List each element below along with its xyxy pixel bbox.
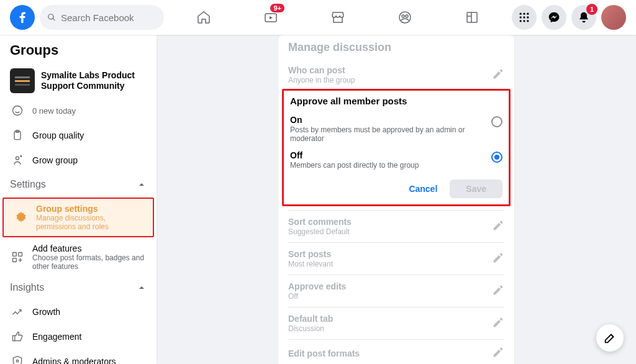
section-settings[interactable]: Settings: [0, 173, 157, 196]
nav-home[interactable]: [173, 2, 235, 32]
top-navbar: 9+ 1: [0, 0, 636, 35]
watch-badge: 9+: [270, 4, 284, 12]
new-today-label: 0 new today: [32, 106, 76, 116]
radio-on[interactable]: [491, 116, 502, 127]
svg-point-9: [523, 16, 525, 18]
chevron-up-icon: [137, 283, 147, 293]
sidebar-engagement[interactable]: Engagement: [0, 324, 157, 349]
edit-approve-edits[interactable]: [492, 284, 504, 299]
nav-gaming[interactable]: [441, 2, 503, 32]
save-button[interactable]: Save: [450, 180, 502, 198]
search-icon: [47, 12, 56, 22]
row-sort-posts: Sort posts Most relevant: [288, 242, 504, 275]
section-insights[interactable]: Insights: [0, 276, 157, 299]
clipboard-icon: [10, 128, 25, 143]
row-who-can-post: Who can post Anyone in the group: [288, 59, 504, 91]
facebook-logo[interactable]: [10, 5, 35, 30]
left-sidebar: Groups Symalite Labs Product Support Com…: [0, 35, 157, 364]
insights-section-label: Insights: [10, 282, 44, 293]
profile-avatar[interactable]: [601, 5, 626, 30]
sort-comments-title: Sort comments: [288, 217, 352, 227]
svg-point-8: [520, 16, 522, 18]
sidebar-new-today[interactable]: 0 new today: [0, 98, 157, 123]
approve-off-desc: Members can post directly to the group: [290, 161, 419, 170]
chevron-up-icon: [137, 180, 147, 189]
edit-default-tab[interactable]: [492, 316, 504, 331]
notifications-button[interactable]: 1: [571, 5, 596, 30]
admins-label: Admins & moderators: [32, 357, 116, 364]
svg-point-1: [399, 12, 411, 23]
svg-rect-4: [467, 12, 477, 22]
row-default-tab: Default tab Discussion: [288, 307, 504, 339]
row-sort-comments: Sort comments Suggested Default: [288, 210, 504, 242]
sort-posts-sub: Most relevant: [288, 260, 333, 268]
approve-option-on[interactable]: On Posts by members must be approved by …: [290, 111, 502, 147]
grow-icon: [10, 153, 25, 168]
svg-point-11: [520, 20, 522, 22]
who-can-post-sub: Anyone in the group: [288, 76, 355, 84]
svg-point-22: [16, 360, 18, 362]
approve-option-off[interactable]: Off Members can post directly to the gro…: [290, 147, 502, 173]
approve-off-label: Off: [290, 150, 419, 160]
group-quality-label: Group quality: [32, 130, 84, 140]
pencil-icon: [492, 284, 504, 296]
nav-marketplace[interactable]: [307, 2, 369, 32]
svg-point-3: [406, 15, 408, 17]
sidebar-admins[interactable]: Admins & moderators: [0, 349, 157, 364]
settings-section-label: Settings: [10, 179, 46, 190]
default-tab-title: Default tab: [288, 314, 333, 324]
right-nav: 1: [512, 5, 626, 30]
growth-label: Growth: [32, 307, 60, 317]
pencil-icon: [492, 219, 504, 232]
svg-rect-20: [13, 258, 17, 262]
sidebar-group-quality[interactable]: Group quality: [0, 123, 157, 148]
pencil-icon: [492, 252, 504, 264]
sort-posts-title: Sort posts: [288, 249, 333, 259]
manage-discussion-card: Manage discussion Who can post Anyone in…: [278, 35, 514, 364]
search-input[interactable]: [61, 12, 157, 23]
svg-rect-19: [19, 253, 22, 257]
center-nav: 9+: [164, 2, 512, 32]
edit-sort-comments[interactable]: [492, 219, 504, 234]
sidebar-add-features[interactable]: Add features Choose post formats, badges…: [0, 239, 157, 276]
group-thumbnail: [10, 68, 35, 93]
cancel-button[interactable]: Cancel: [402, 180, 443, 198]
svg-rect-18: [13, 253, 17, 257]
nav-groups[interactable]: [374, 2, 436, 32]
edit-sort-posts[interactable]: [492, 252, 504, 266]
approve-all-posts-block: Approve all member posts On Posts by mem…: [282, 89, 511, 206]
thumbs-up-icon: [10, 329, 25, 344]
sidebar-group-settings[interactable]: Group settings Manage discussions, permi…: [4, 199, 153, 236]
menu-button[interactable]: [512, 5, 537, 30]
sidebar-grow-group[interactable]: Grow group: [0, 148, 157, 173]
svg-point-2: [402, 15, 404, 17]
sidebar-growth[interactable]: Growth: [0, 299, 157, 324]
group-settings-title: Group settings: [36, 204, 143, 214]
notification-count: 1: [586, 4, 597, 15]
add-features-sub: Choose post formats, badges and other fe…: [32, 253, 147, 271]
pencil-icon: [492, 316, 504, 329]
gear-icon: [14, 210, 29, 225]
add-features-title: Add features: [32, 243, 147, 253]
svg-point-7: [527, 13, 529, 15]
sort-comments-sub: Suggested Default: [288, 227, 352, 236]
edit-formats-title: Edit post formats: [288, 348, 360, 358]
edit-post-formats[interactable]: [492, 346, 504, 361]
default-tab-sub: Discussion: [288, 324, 333, 333]
group-name: Symalite Labs Product Support Community: [41, 70, 147, 91]
edit-who-can-post[interactable]: [492, 68, 504, 83]
radio-off[interactable]: [491, 152, 502, 163]
compose-icon: [603, 331, 617, 345]
who-can-post-title: Who can post: [288, 65, 355, 75]
nav-watch[interactable]: 9+: [240, 2, 302, 32]
approve-on-desc: Posts by members must be approved by an …: [290, 125, 491, 143]
compose-button[interactable]: [596, 324, 624, 352]
manage-discussion-heading: Manage discussion: [288, 41, 504, 54]
group-header[interactable]: Symalite Labs Product Support Community: [0, 63, 157, 98]
grow-group-label: Grow group: [32, 155, 78, 165]
svg-rect-21: [13, 335, 15, 340]
messenger-button[interactable]: [542, 5, 566, 30]
svg-point-12: [523, 20, 525, 22]
svg-point-6: [523, 13, 525, 15]
pencil-icon: [492, 68, 504, 80]
